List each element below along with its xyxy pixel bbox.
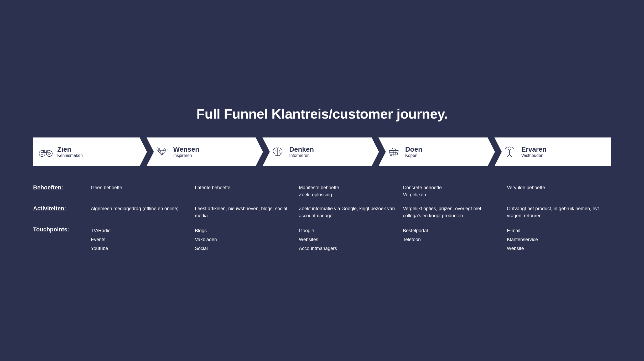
page-title: Full Funnel Klantreis/customer journey. <box>33 106 611 122</box>
touchpoints-wensen: Blogs Vakbladen Social <box>195 221 299 255</box>
list-item: Accountmanagers <box>299 244 397 253</box>
svg-line-29 <box>510 154 512 157</box>
svg-point-6 <box>48 152 51 155</box>
funnel-step-zien: Zien Kennismaken <box>33 137 147 166</box>
list-item: Google <box>299 226 397 235</box>
step-subtitle-doen: Kopen <box>405 153 422 158</box>
step-title-doen: Doen <box>405 146 422 153</box>
content-grid: Behoeften: Geen behoefte Latente behoeft… <box>33 179 611 255</box>
touchpoints-zien-list: TV/Radio Events Youtube <box>91 226 189 253</box>
step-subtitle-ervaren: Vasthouden <box>521 153 547 158</box>
behoeften-doen: Concrete behoefte Vergelijken <box>403 179 507 200</box>
list-item: Events <box>91 235 189 244</box>
touchpoints-doen-list: Bestelportal Telefoon <box>403 226 501 244</box>
svg-line-28 <box>507 154 510 157</box>
step-text-doen: Doen Kopen <box>405 146 422 158</box>
funnel-step-denken: Denken Informeren <box>262 137 379 166</box>
activiteiten-denken: Zoekt informatie via Google, krijgt bezo… <box>299 200 403 221</box>
touchpoints-wensen-list: Blogs Vakbladen Social <box>195 226 293 253</box>
step-text-zien: Zien Kennismaken <box>57 146 83 158</box>
svg-line-15 <box>166 147 166 147</box>
activiteiten-zien: Algemeen mediagedrag (offline en online) <box>91 200 195 214</box>
svg-line-16 <box>156 150 157 150</box>
list-item: Bestelportal <box>403 226 501 235</box>
activiteiten-doen: Vergelijkt opties, prijzen, overlegt met… <box>403 200 507 221</box>
step-title-ervaren: Ervaren <box>521 146 547 153</box>
behoeften-label: Behoeften: <box>33 179 91 193</box>
step-title-wensen: Wensen <box>173 146 199 153</box>
person-icon <box>502 145 517 159</box>
activiteiten-wensen: Leest artikelen, nieuwsbrieven, blogs, s… <box>195 200 299 221</box>
list-item: TV/Radio <box>91 226 189 235</box>
svg-line-14 <box>157 147 158 147</box>
funnel-bar: Zien Kennismaken <box>33 137 611 166</box>
svg-line-10 <box>159 148 160 151</box>
behoeften-wensen: Latente behoefte <box>195 179 299 193</box>
step-title-denken: Denken <box>289 146 314 153</box>
list-item: Youtube <box>91 244 189 253</box>
svg-line-20 <box>391 151 392 156</box>
activiteiten-label: Activiteiten: <box>33 200 91 214</box>
svg-point-1 <box>46 151 53 157</box>
step-text-denken: Denken Informeren <box>289 146 314 158</box>
funnel-step-wensen: Wensen Inspireren <box>147 137 263 166</box>
list-item: Websites <box>299 235 397 244</box>
list-item: Klantenservice <box>507 235 605 244</box>
svg-line-17 <box>167 150 168 150</box>
step-text-wensen: Wensen Inspireren <box>173 146 199 158</box>
diamond-icon <box>154 145 169 159</box>
brain-icon <box>270 145 285 159</box>
page-container: Full Funnel Klantreis/customer journey. … <box>33 106 611 255</box>
behoeften-zien: Geen behoefte <box>91 179 195 193</box>
step-text-ervaren: Ervaren Vasthouden <box>521 146 547 158</box>
svg-line-11 <box>163 148 164 151</box>
list-item: Social <box>195 244 293 253</box>
svg-marker-7 <box>158 148 166 155</box>
binoculars-icon <box>38 145 53 159</box>
step-subtitle-denken: Informeren <box>289 153 314 158</box>
svg-point-0 <box>39 151 45 157</box>
funnel-step-doen: Doen Kopen <box>378 137 495 166</box>
touchpoints-ervaren: E-mail Klantenservice Website <box>507 221 611 255</box>
step-title-zien: Zien <box>57 146 83 153</box>
svg-point-5 <box>41 152 43 155</box>
basket-icon <box>386 145 401 159</box>
list-item: Website <box>507 244 605 253</box>
list-item: Telefoon <box>403 235 501 244</box>
step-subtitle-zien: Kennismaken <box>57 153 83 158</box>
list-item: Blogs <box>195 226 293 235</box>
svg-point-25 <box>508 147 511 150</box>
behoeften-ervaren: Vervulde behoefte <box>507 179 611 193</box>
touchpoints-doen: Bestelportal Telefoon <box>403 221 507 246</box>
touchpoints-ervaren-list: E-mail Klantenservice Website <box>507 226 605 253</box>
step-subtitle-wensen: Inspireren <box>173 153 199 158</box>
svg-line-22 <box>395 151 396 156</box>
touchpoints-denken: Google Websites Accountmanagers <box>299 221 403 255</box>
list-item: Vakbladen <box>195 235 293 244</box>
funnel-step-ervaren: Ervaren Vasthouden <box>494 137 611 166</box>
touchpoints-zien: TV/Radio Events Youtube <box>91 221 195 255</box>
touchpoints-label: Touchpoints: <box>33 221 91 235</box>
behoeften-denken: Manifeste behoefte Zoekt oplossing <box>299 179 403 200</box>
list-item: E-mail <box>507 226 605 235</box>
activiteiten-ervaren: Ontvangt het product, in gebruik nemen, … <box>507 200 611 221</box>
touchpoints-denken-list: Google Websites Accountmanagers <box>299 226 397 253</box>
